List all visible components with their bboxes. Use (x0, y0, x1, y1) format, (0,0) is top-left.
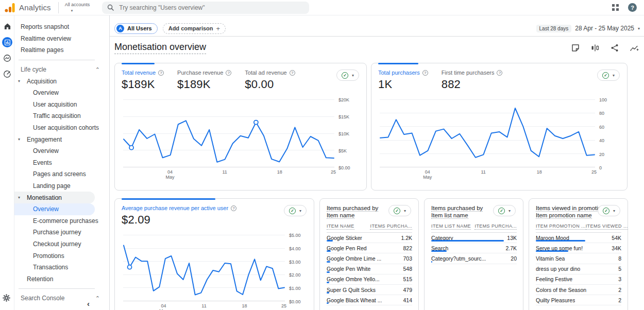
search-bar[interactable] (102, 2, 309, 14)
table-row: dress up your dino5 (536, 264, 621, 274)
sidebar-item-label: Realtime pages (21, 46, 63, 54)
sidebar-item-retention[interactable]: Retention (14, 273, 109, 285)
apps-grid-icon[interactable] (612, 4, 619, 11)
item-name: Google Pen White (327, 266, 370, 272)
item-value: 1.2K (401, 235, 412, 241)
sidebar-item-label: User acquisition (33, 101, 77, 108)
add-comparison-button[interactable]: Add comparison + (163, 23, 226, 34)
sidebar-item-checkout-journey[interactable]: Checkout journey (14, 238, 109, 250)
table-row: Serve up some fun!34K (536, 243, 621, 253)
value-bar (431, 261, 432, 263)
sidebar-item-overview[interactable]: Overview (14, 87, 109, 99)
sidebar-item-transactions[interactable]: Transactions (14, 262, 109, 273)
reports-icon[interactable] (2, 37, 12, 47)
expand-caret-icon[interactable]: ▾ (18, 137, 27, 142)
sidebar-item-label: E-commerce purchases (33, 217, 98, 225)
collapse-chevron-icon[interactable]: ⌃ (95, 295, 100, 302)
sidebar-item-label: Reports snapshot (21, 23, 69, 30)
topbar-divider (58, 2, 59, 13)
date-preset-badge: Last 28 days (536, 25, 572, 32)
table-row: Colors of the Season2 (536, 285, 621, 295)
collapse-chevron-icon[interactable]: ⌃ (95, 66, 100, 73)
value-bar (536, 250, 568, 252)
sidebar-item-engagement[interactable]: ▾Engagement (14, 133, 109, 145)
home-icon[interactable] (2, 21, 12, 31)
sidebar-item-label: Monetisation (27, 194, 62, 201)
sidebar-item-promotions[interactable]: Promotions (14, 250, 109, 262)
data-quality-button[interactable]: ✓ ▾ (493, 205, 516, 216)
column-header: ITEM NAME (327, 223, 354, 230)
value-bar (327, 302, 329, 304)
data-quality-button[interactable]: ✓ ▾ (388, 205, 411, 216)
explore-icon[interactable] (2, 53, 12, 63)
share-icon[interactable] (610, 43, 619, 53)
sidebar-item-pages-and-screens[interactable]: Pages and screens (14, 168, 109, 180)
arpu-x-axis: 04May111825 (123, 303, 285, 310)
purchasers-chart[interactable] (380, 99, 595, 167)
expand-caret-icon[interactable]: ▾ (18, 79, 27, 83)
value-bar (431, 240, 504, 242)
sidebar-item-user-acquisition[interactable]: User acquisition (14, 99, 109, 111)
item-name: Quilty Pleasures (536, 297, 575, 303)
sidebar-item-events[interactable]: Events (14, 157, 109, 169)
arpu-y-axis: $5.00$4.00$3.00$2.00$1.00$0.00 (287, 235, 309, 301)
sidebar-item-monetisation[interactable]: ▾Monetisation (14, 192, 95, 203)
item-value: 548 (403, 266, 412, 272)
plus-icon: + (216, 25, 221, 32)
sidebar-item-purchase-journey[interactable]: Purchase journey (14, 227, 109, 238)
sidebar-item-label: Acquisition (27, 78, 57, 85)
edit-comparisons-icon[interactable] (590, 43, 600, 53)
help-icon[interactable]: ? (628, 3, 637, 12)
date-range-picker[interactable]: Last 28 days 28 Apr - 25 May 2025 ▾ (536, 25, 640, 32)
sidebar-item-label: Landing page (33, 182, 71, 190)
sidebar-item-user-acquisition-cohorts[interactable]: User acquisition cohorts (14, 122, 109, 134)
sidebar-item-realtime-overview[interactable]: Realtime overview (14, 33, 109, 45)
item-value: 515 (403, 276, 412, 282)
insights-icon[interactable] (630, 43, 639, 53)
arpu-chart[interactable] (123, 235, 285, 301)
advertising-icon[interactable] (2, 69, 12, 79)
sidebar-item-overview[interactable]: Overview (14, 145, 109, 157)
collapse-sidebar-icon[interactable]: ‹ (87, 299, 90, 308)
top-bar: Analytics All accounts ▾ ? (0, 0, 644, 15)
sidebar-item-traffic-acquisition[interactable]: Traffic acquisition (14, 110, 109, 122)
sidebar-item-e-commerce-purchases[interactable]: E-commerce purchases (14, 215, 109, 227)
segment-badge: A (116, 25, 124, 32)
notes-icon[interactable] (571, 43, 580, 53)
sidebar-item-acquisition[interactable]: ▾Acquisition (14, 75, 109, 87)
table-row: Vitamin Sea8 (536, 253, 621, 264)
account-switcher[interactable]: All accounts ▾ (65, 3, 90, 13)
search-input[interactable] (119, 4, 304, 11)
sidebar-item-overview[interactable]: Overview (14, 203, 95, 215)
column-header: ITEMS VIEWED ... (586, 223, 628, 230)
sidebar-item-label: Life cycle (21, 66, 95, 73)
revenue-x-axis: 04May111825 (123, 169, 334, 182)
item-name: Google Black Wheat ... (327, 297, 382, 303)
table-column-headers: ITEM PROMOTION ... ITEMS VIEWED ... (536, 223, 621, 233)
data-quality-button[interactable]: ✓ ▾ (598, 205, 620, 216)
sidebar-item-label: Traffic acquisition (33, 112, 81, 119)
caret-down-icon: ▾ (638, 26, 640, 31)
sidebar-item-landing-page[interactable]: Landing page (14, 180, 109, 192)
header-divider (110, 36, 644, 37)
purchasers-card: Total purchasers? 1K First time purchase… (371, 63, 628, 191)
table-row: Google Pen Red822 (327, 243, 412, 253)
table-row: Search2.7K (431, 243, 517, 253)
sidebar-divider (19, 60, 95, 60)
report-nav-sidebar: Reports snapshotRealtime overviewRealtim… (14, 15, 110, 310)
purchasers-x-axis: 04May111825 (380, 169, 595, 182)
purchasers-y-axis: 100806040200 (597, 99, 621, 167)
sidebar-item-realtime-pages[interactable]: Realtime pages (14, 44, 109, 56)
sidebar-item-label: Engagement (27, 136, 62, 143)
sidebar-item-life-cycle[interactable]: Life cycle⌃ (14, 64, 109, 76)
sidebar-item-reports-snapshot[interactable]: Reports snapshot (14, 21, 109, 33)
sidebar-item-search-console[interactable]: Search Console⌃ (14, 292, 109, 304)
item-value: 3 (618, 276, 621, 282)
analytics-logo-icon[interactable] (5, 3, 15, 12)
admin-gear-icon[interactable] (3, 294, 10, 304)
segment-chip-all-users[interactable]: A All Users (114, 23, 158, 34)
expand-caret-icon[interactable]: ▾ (18, 195, 27, 200)
item-name: Category?utm_sourc... (431, 255, 486, 262)
title-bar: Monetisation overview (114, 40, 639, 56)
revenue-chart[interactable] (123, 99, 334, 167)
